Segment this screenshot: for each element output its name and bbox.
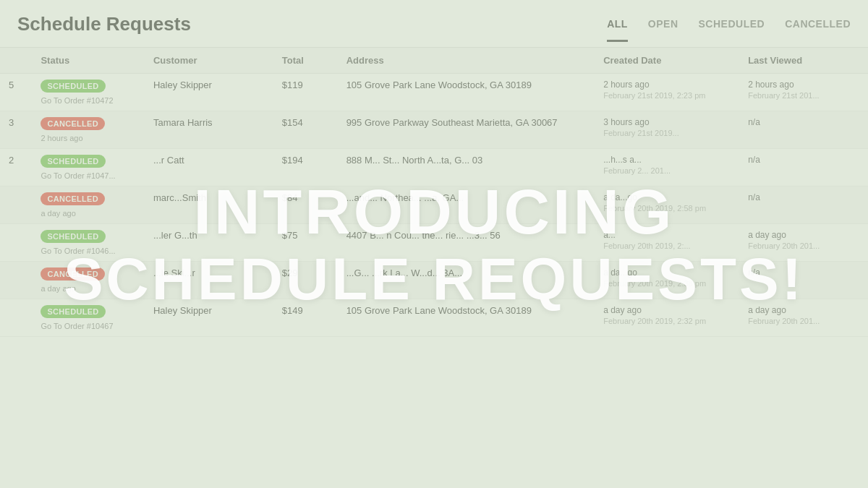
created-sub: February 20th 2019, 2:... <box>603 241 731 250</box>
cell-address: ...G... ...rk La... W...d... 3A... <box>338 262 595 299</box>
viewed-main: 2 hours ago <box>748 80 859 90</box>
schedule-requests-table: Status Customer Total Address Created Da… <box>0 48 868 337</box>
created-main: a day ago <box>603 305 731 315</box>
cell-customer: ...r Catt <box>145 149 273 187</box>
cell-address: 105 Grove Park Lane Woodstock, GA 30189 <box>338 299 595 337</box>
cell-total: $29 <box>273 262 338 299</box>
cell-address: 995 Grove Parkway Southeast Marietta, GA… <box>338 111 595 149</box>
status-sub: Go To Order #10472 <box>41 96 136 105</box>
cell-created: ...h...s a... February 2... 201... <box>595 149 739 187</box>
cell-lastviewed: a day ago February 20th 201... <box>739 224 868 262</box>
cell-customer: ...le Ski...r <box>145 262 273 299</box>
cell-lastviewed: n/a <box>739 187 868 224</box>
table-row[interactable]: SCHEDULED Go To Order #1046... ...ler G.… <box>0 224 868 262</box>
created-sub: February 20th 2019, 2:32 pm <box>603 317 731 325</box>
cell-customer: Tamara Harris <box>145 111 273 149</box>
col-header-customer: Customer <box>145 48 273 74</box>
cell-address: 105 Grove Park Lane Woodstock, GA 30189 <box>338 74 595 111</box>
created-sub: February 20th 2019, 2:38 pm <box>603 279 731 288</box>
status-sub: a day ago <box>41 284 136 293</box>
table-row[interactable]: 5 SCHEDULED Go To Order #10472 Haley Ski… <box>0 74 868 111</box>
cell-customer: Haley Skipper <box>145 74 273 111</box>
tab-open[interactable]: OPEN <box>648 18 678 42</box>
status-badge: CANCELLED <box>41 267 105 281</box>
created-main: a da...go <box>603 192 731 202</box>
viewed-main: a day ago <box>748 230 859 240</box>
cell-total: $119 <box>273 74 338 111</box>
cell-lastviewed: a day ago February 20th 201... <box>739 299 868 337</box>
cell-total: $194 <box>273 149 338 187</box>
cell-id: 2 <box>0 149 32 187</box>
cell-created: 3 hours ago February 21st 2019... <box>595 111 739 149</box>
viewed-main: n/a <box>748 155 859 165</box>
cell-id <box>0 187 32 224</box>
status-badge: CANCELLED <box>41 192 105 205</box>
table-row[interactable]: SCHEDULED Go To Order #10467 Haley Skipp… <box>0 299 868 337</box>
viewed-sub: February 20th 201... <box>748 241 859 250</box>
status-badge: CANCELLED <box>41 117 105 130</box>
cell-address: 4407 B... n Cou... the... rie... ...3...… <box>338 224 595 262</box>
created-sub: February 21st 2019, 2:23 pm <box>603 91 731 100</box>
cell-status: SCHEDULED Go To Order #1047... <box>32 149 145 187</box>
created-sub: February 21st 2019... <box>603 129 731 137</box>
viewed-main: n/a <box>748 267 859 278</box>
viewed-sub: February 20th 201... <box>748 317 859 325</box>
created-sub: February 20th 2019, 2:58 pm <box>603 204 731 213</box>
table-row[interactable]: CANCELLED a day ago ...le Ski...r $29 ..… <box>0 262 868 299</box>
viewed-sub: February 21st 201... <box>748 91 859 100</box>
status-badge: SCHEDULED <box>41 155 105 168</box>
cell-status: CANCELLED a day ago <box>32 262 145 299</box>
cell-created: 2 hours ago February 21st 2019, 2:23 pm <box>595 74 739 111</box>
cell-address: 888 M... St... North A...ta, G... 03 <box>338 149 595 187</box>
created-main: a da...go <box>603 267 731 278</box>
cell-status: SCHEDULED Go To Order #10472 <box>32 74 145 111</box>
col-header-created: Created Date <box>595 48 739 74</box>
cell-id: 3 <box>0 111 32 149</box>
cell-id <box>0 224 32 262</box>
viewed-main: a day ago <box>748 305 859 315</box>
table-row[interactable]: 3 CANCELLED 2 hours ago Tamara Harris $1… <box>0 111 868 149</box>
cell-created: a da...go February 20th 2019, 2:58 pm <box>595 187 739 224</box>
table-row[interactable]: 2 SCHEDULED Go To Order #1047... ...r Ca… <box>0 149 868 187</box>
viewed-main: n/a <box>748 192 859 202</box>
cell-customer: ...ler G...th <box>145 224 273 262</box>
tab-scheduled[interactable]: SCHEDULED <box>699 18 765 42</box>
created-main: a... <box>603 230 731 240</box>
col-header-lastviewed: Last Viewed <box>739 48 868 74</box>
cell-created: a da...go February 20th 2019, 2:38 pm <box>595 262 739 299</box>
created-sub: February 2... 201... <box>603 166 731 175</box>
col-header-status: Status <box>32 48 145 74</box>
cell-total: $149 <box>273 299 338 337</box>
cell-customer: Haley Skipper <box>145 299 273 337</box>
table-row[interactable]: CANCELLED a day ago marc...Smith $84 ...… <box>0 187 868 224</box>
status-sub: a day ago <box>41 209 136 218</box>
status-badge: SCHEDULED <box>41 80 105 93</box>
col-header-address: Address <box>338 48 595 74</box>
cell-status: SCHEDULED Go To Order #1046... <box>32 224 145 262</box>
cell-total: $154 <box>273 111 338 149</box>
cell-id <box>0 299 32 337</box>
cell-id: 5 <box>0 74 32 111</box>
cell-customer: marc...Smith <box>145 187 273 224</box>
cell-lastviewed: 2 hours ago February 21st 201... <box>739 74 868 111</box>
tab-cancelled[interactable]: CANCELLED <box>785 18 851 42</box>
created-main: 3 hours ago <box>603 117 731 127</box>
cell-lastviewed: n/a <box>739 262 868 299</box>
tab-all[interactable]: ALL <box>607 18 628 42</box>
created-main: ...h...s a... <box>603 155 731 165</box>
header: Schedule Requests ALL OPEN SCHEDULED CAN… <box>0 0 868 48</box>
cell-status: CANCELLED 2 hours ago <box>32 111 145 149</box>
cell-address: ...and... Northea... ...a, GA... <box>338 187 595 224</box>
col-header-total: Total <box>273 48 338 74</box>
status-badge: SCHEDULED <box>41 230 105 243</box>
page-container: Schedule Requests ALL OPEN SCHEDULED CAN… <box>0 0 868 488</box>
status-sub: Go To Order #1046... <box>41 247 136 255</box>
col-header-id <box>0 48 32 74</box>
table-container: Status Customer Total Address Created Da… <box>0 48 868 337</box>
cell-id <box>0 262 32 299</box>
cell-status: SCHEDULED Go To Order #10467 <box>32 299 145 337</box>
cell-total: $84 <box>273 187 338 224</box>
status-sub: Go To Order #10467 <box>41 322 136 330</box>
status-badge: SCHEDULED <box>41 305 105 318</box>
cell-created: a day ago February 20th 2019, 2:32 pm <box>595 299 739 337</box>
